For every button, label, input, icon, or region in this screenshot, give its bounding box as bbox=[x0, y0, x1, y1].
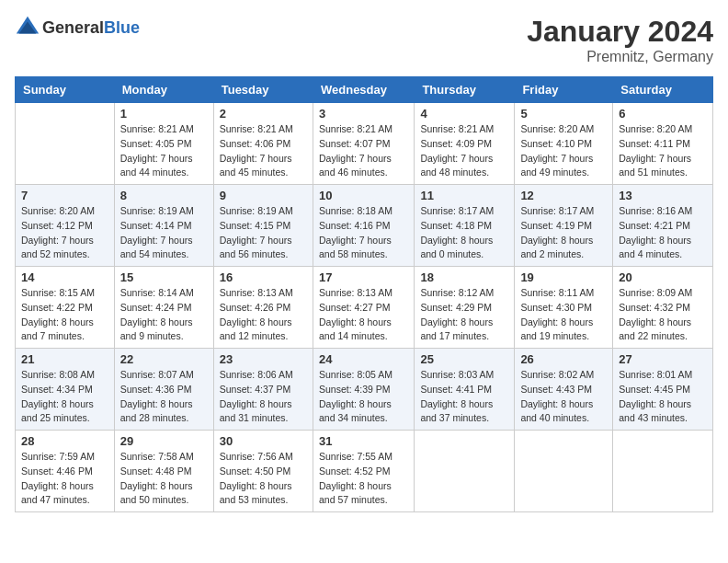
day-info: Sunrise: 8:03 AM Sunset: 4:41 PM Dayligh… bbox=[420, 368, 508, 426]
day-number: 24 bbox=[319, 352, 408, 366]
day-info: Sunrise: 8:08 AM Sunset: 4:34 PM Dayligh… bbox=[21, 368, 108, 426]
day-info: Sunrise: 8:21 AM Sunset: 4:05 PM Dayligh… bbox=[120, 122, 208, 180]
day-info: Sunrise: 8:21 AM Sunset: 4:07 PM Dayligh… bbox=[319, 122, 408, 180]
title-section: January 2024 Premnitz, Germany bbox=[527, 15, 713, 65]
day-info: Sunrise: 8:20 AM Sunset: 4:10 PM Dayligh… bbox=[520, 122, 607, 180]
month-title: January 2024 bbox=[527, 15, 713, 49]
day-info: Sunrise: 8:19 AM Sunset: 4:15 PM Dayligh… bbox=[220, 204, 307, 262]
day-cell: 8Sunrise: 8:19 AM Sunset: 4:14 PM Daylig… bbox=[114, 185, 213, 267]
day-number: 1 bbox=[120, 107, 208, 121]
day-info: Sunrise: 8:07 AM Sunset: 4:36 PM Dayligh… bbox=[120, 368, 208, 426]
day-number: 15 bbox=[120, 270, 208, 284]
logo-icon bbox=[15, 15, 40, 40]
day-info: Sunrise: 8:18 AM Sunset: 4:16 PM Dayligh… bbox=[319, 204, 408, 262]
day-cell: 25Sunrise: 8:03 AM Sunset: 4:41 PM Dayli… bbox=[415, 349, 515, 431]
day-cell: 11Sunrise: 8:17 AM Sunset: 4:18 PM Dayli… bbox=[415, 185, 515, 267]
day-cell: 6Sunrise: 8:20 AM Sunset: 4:11 PM Daylig… bbox=[613, 103, 713, 185]
header-day-sunday: Sunday bbox=[16, 77, 115, 103]
day-number: 5 bbox=[520, 107, 607, 121]
day-cell: 24Sunrise: 8:05 AM Sunset: 4:39 PM Dayli… bbox=[313, 349, 414, 431]
day-cell: 20Sunrise: 8:09 AM Sunset: 4:32 PM Dayli… bbox=[613, 267, 713, 349]
day-cell: 30Sunrise: 7:56 AM Sunset: 4:50 PM Dayli… bbox=[213, 431, 313, 512]
day-cell: 31Sunrise: 7:55 AM Sunset: 4:52 PM Dayli… bbox=[313, 431, 414, 512]
page-header: GeneralBlue January 2024 Premnitz, Germa… bbox=[15, 15, 713, 65]
day-number: 18 bbox=[420, 270, 508, 284]
header-day-wednesday: Wednesday bbox=[313, 77, 414, 103]
day-cell: 14Sunrise: 8:15 AM Sunset: 4:22 PM Dayli… bbox=[16, 267, 115, 349]
day-number: 25 bbox=[420, 352, 508, 366]
day-cell: 21Sunrise: 8:08 AM Sunset: 4:34 PM Dayli… bbox=[16, 349, 115, 431]
day-info: Sunrise: 7:58 AM Sunset: 4:48 PM Dayligh… bbox=[120, 450, 208, 508]
week-row-4: 21Sunrise: 8:08 AM Sunset: 4:34 PM Dayli… bbox=[16, 349, 713, 431]
day-cell bbox=[613, 431, 713, 512]
day-number: 7 bbox=[21, 189, 108, 202]
day-number: 30 bbox=[220, 434, 307, 448]
location-title: Premnitz, Germany bbox=[527, 49, 713, 65]
day-info: Sunrise: 8:16 AM Sunset: 4:21 PM Dayligh… bbox=[619, 204, 707, 262]
day-number: 8 bbox=[120, 189, 208, 202]
day-number: 10 bbox=[319, 189, 408, 202]
week-row-5: 28Sunrise: 7:59 AM Sunset: 4:46 PM Dayli… bbox=[16, 431, 713, 512]
day-number: 11 bbox=[420, 189, 508, 202]
day-cell: 5Sunrise: 8:20 AM Sunset: 4:10 PM Daylig… bbox=[515, 103, 613, 185]
day-number: 22 bbox=[120, 352, 208, 366]
day-info: Sunrise: 8:19 AM Sunset: 4:14 PM Dayligh… bbox=[120, 204, 208, 262]
day-info: Sunrise: 8:21 AM Sunset: 4:06 PM Dayligh… bbox=[220, 122, 307, 180]
day-number: 26 bbox=[520, 352, 607, 366]
day-number: 16 bbox=[220, 270, 307, 284]
day-cell: 9Sunrise: 8:19 AM Sunset: 4:15 PM Daylig… bbox=[213, 185, 313, 267]
header-day-tuesday: Tuesday bbox=[213, 77, 313, 103]
header-row: SundayMondayTuesdayWednesdayThursdayFrid… bbox=[16, 77, 713, 103]
day-cell: 28Sunrise: 7:59 AM Sunset: 4:46 PM Dayli… bbox=[16, 431, 115, 512]
day-info: Sunrise: 8:06 AM Sunset: 4:37 PM Dayligh… bbox=[220, 368, 307, 426]
day-number: 3 bbox=[319, 107, 408, 121]
day-cell: 10Sunrise: 8:18 AM Sunset: 4:16 PM Dayli… bbox=[313, 185, 414, 267]
day-number: 13 bbox=[619, 189, 707, 202]
day-cell: 17Sunrise: 8:13 AM Sunset: 4:27 PM Dayli… bbox=[313, 267, 414, 349]
day-cell: 26Sunrise: 8:02 AM Sunset: 4:43 PM Dayli… bbox=[515, 349, 613, 431]
week-row-1: 1Sunrise: 8:21 AM Sunset: 4:05 PM Daylig… bbox=[16, 103, 713, 185]
day-cell: 7Sunrise: 8:20 AM Sunset: 4:12 PM Daylig… bbox=[16, 185, 115, 267]
calendar-table: SundayMondayTuesdayWednesdayThursdayFrid… bbox=[15, 76, 713, 512]
week-row-3: 14Sunrise: 8:15 AM Sunset: 4:22 PM Dayli… bbox=[16, 267, 713, 349]
day-info: Sunrise: 8:12 AM Sunset: 4:29 PM Dayligh… bbox=[420, 286, 508, 344]
day-number: 17 bbox=[319, 270, 408, 284]
day-cell: 16Sunrise: 8:13 AM Sunset: 4:26 PM Dayli… bbox=[213, 267, 313, 349]
day-info: Sunrise: 8:01 AM Sunset: 4:45 PM Dayligh… bbox=[619, 368, 707, 426]
day-number: 19 bbox=[520, 270, 607, 284]
day-info: Sunrise: 7:56 AM Sunset: 4:50 PM Dayligh… bbox=[220, 450, 307, 508]
day-info: Sunrise: 8:13 AM Sunset: 4:27 PM Dayligh… bbox=[319, 286, 408, 344]
day-info: Sunrise: 8:14 AM Sunset: 4:24 PM Dayligh… bbox=[120, 286, 208, 344]
day-number: 29 bbox=[120, 434, 208, 448]
day-info: Sunrise: 8:02 AM Sunset: 4:43 PM Dayligh… bbox=[520, 368, 607, 426]
day-cell: 29Sunrise: 7:58 AM Sunset: 4:48 PM Dayli… bbox=[114, 431, 213, 512]
header-day-monday: Monday bbox=[114, 77, 213, 103]
header-day-saturday: Saturday bbox=[613, 77, 713, 103]
day-cell: 13Sunrise: 8:16 AM Sunset: 4:21 PM Dayli… bbox=[613, 185, 713, 267]
day-cell: 12Sunrise: 8:17 AM Sunset: 4:19 PM Dayli… bbox=[515, 185, 613, 267]
day-cell: 4Sunrise: 8:21 AM Sunset: 4:09 PM Daylig… bbox=[415, 103, 515, 185]
day-info: Sunrise: 8:05 AM Sunset: 4:39 PM Dayligh… bbox=[319, 368, 408, 426]
day-number: 6 bbox=[619, 107, 707, 121]
day-number: 31 bbox=[319, 434, 408, 448]
day-number: 28 bbox=[21, 434, 108, 448]
day-info: Sunrise: 8:17 AM Sunset: 4:18 PM Dayligh… bbox=[420, 204, 508, 262]
day-number: 21 bbox=[21, 352, 108, 366]
day-cell: 15Sunrise: 8:14 AM Sunset: 4:24 PM Dayli… bbox=[114, 267, 213, 349]
day-number: 12 bbox=[520, 189, 607, 202]
day-info: Sunrise: 8:15 AM Sunset: 4:22 PM Dayligh… bbox=[21, 286, 108, 344]
day-number: 23 bbox=[220, 352, 307, 366]
day-cell: 27Sunrise: 8:01 AM Sunset: 4:45 PM Dayli… bbox=[613, 349, 713, 431]
day-cell bbox=[515, 431, 613, 512]
day-cell: 3Sunrise: 8:21 AM Sunset: 4:07 PM Daylig… bbox=[313, 103, 414, 185]
day-cell: 1Sunrise: 8:21 AM Sunset: 4:05 PM Daylig… bbox=[114, 103, 213, 185]
day-number: 20 bbox=[619, 270, 707, 284]
day-info: Sunrise: 8:20 AM Sunset: 4:12 PM Dayligh… bbox=[21, 204, 108, 262]
day-info: Sunrise: 8:11 AM Sunset: 4:30 PM Dayligh… bbox=[520, 286, 607, 344]
day-cell: 18Sunrise: 8:12 AM Sunset: 4:29 PM Dayli… bbox=[415, 267, 515, 349]
day-number: 4 bbox=[420, 107, 508, 121]
header-day-thursday: Thursday bbox=[415, 77, 515, 103]
day-number: 27 bbox=[619, 352, 707, 366]
logo-general-text: General bbox=[42, 18, 104, 37]
day-cell: 22Sunrise: 8:07 AM Sunset: 4:36 PM Dayli… bbox=[114, 349, 213, 431]
